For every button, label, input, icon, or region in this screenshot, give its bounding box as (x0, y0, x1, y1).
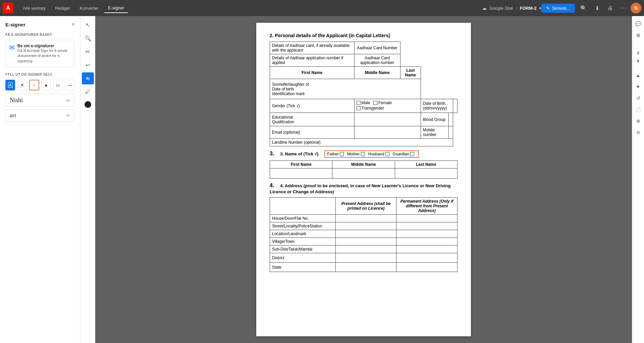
topbar-center: ☁ Google Disk / FORM-2 ▾ (482, 5, 541, 11)
female-checkbox[interactable] (373, 101, 377, 105)
fast-section-label: FÅ E-SIGNATURER RASKT (5, 33, 75, 37)
mother-checkbox[interactable] (361, 152, 365, 156)
sub-dist-permanent-value (396, 246, 458, 253)
signature-card-2[interactable]: art ✏ (5, 110, 75, 122)
table-row: First Name Middle Name Last Name (270, 67, 458, 79)
search-button[interactable]: 🔍 (578, 4, 590, 13)
table-row: Sub-Dist/Taluk/Mandal (270, 246, 458, 253)
location-permanent-value (396, 230, 458, 238)
pen-tool-button[interactable]: ✏ (82, 46, 94, 58)
esign-promo-card: ✉ Be om e-signaturer Gå til Acrobat Sign… (5, 40, 75, 67)
middle-name-col: Middle Name (332, 161, 395, 168)
section3-container: 3. 3. Name of (Tick √) Father Mother Hus… (270, 150, 458, 158)
name-of-options: Father Mother Husband Guardian (324, 150, 419, 158)
father-checkbox[interactable] (340, 152, 344, 156)
mobile-value-cell (448, 126, 453, 139)
section4-subtitle: 4. Address (proof to be enclosed, in cas… (270, 183, 450, 194)
first-name-value (270, 168, 332, 179)
filename-dropdown[interactable]: ▾ (539, 6, 541, 11)
street-label-cell: Street/Locality/PoliceStation (270, 222, 336, 230)
promo-text: Be om e-signaturer Gå til Acrobat Sign f… (17, 44, 71, 64)
sub-dist-present-value (335, 246, 396, 253)
email-value-cell (354, 126, 421, 139)
edit-signature-2-icon[interactable]: ✏ (66, 113, 70, 118)
line-tool-button[interactable]: — (65, 80, 75, 90)
promo-icon: ✉ (9, 44, 15, 64)
zoom-tool-button[interactable]: 🔍 (82, 32, 94, 44)
text-tool-button[interactable]: A (5, 80, 15, 90)
user-avatar[interactable]: N (631, 3, 641, 13)
topbar-right: ✎ Skriveb... 🔍 ⬇ 🖨 ··· N (541, 3, 641, 13)
esigner-close-button[interactable]: × (72, 21, 75, 27)
zoom-in-button[interactable]: ⊕ (633, 116, 643, 126)
grid-icon-button[interactable]: ⊞ (633, 30, 643, 40)
gender-options-cell: Male Female Transgender (354, 99, 421, 113)
refresh-button[interactable]: ↺ (633, 93, 643, 103)
sub-dist-label-cell: Sub-Dist/Taluk/Mandal (270, 246, 336, 253)
promo-desc: Gå til Acrobat Sign for å sende dokument… (17, 48, 71, 64)
download-button[interactable]: ⬇ (592, 4, 602, 13)
section4-title: 4. (270, 183, 279, 188)
checkmark-tool-button[interactable]: ✓ (29, 80, 39, 90)
nav-rediger[interactable]: Rediger (51, 4, 74, 13)
transgender-checkbox[interactable] (357, 106, 361, 110)
select-tool-button[interactable]: ↖ (82, 19, 94, 31)
table-row: State (270, 263, 458, 272)
last-name-col: Last Name (395, 161, 457, 168)
rect-tool-button[interactable]: ▭ (53, 80, 63, 90)
edu-qual-label-cell: Educational Qualification (270, 113, 355, 126)
aadhaar-label-cell: Details of Aadhaar card, if already avai… (270, 42, 355, 54)
village-label-cell: Village/Town (270, 238, 336, 246)
nav-konverter[interactable]: Konverter (75, 4, 102, 13)
draw-tool-button[interactable]: 🖊 (82, 86, 94, 98)
nav-esigner[interactable]: E-signer (104, 3, 128, 13)
house-label-cell: House/Door/Flat No. (270, 215, 336, 222)
right-sidebar: 💬 ⊞ 2 6 ▲ ▼ ↺ 📄 ⊕ ⊖ (632, 16, 644, 343)
guardian-checkbox[interactable] (410, 152, 414, 156)
transgender-option: Transgender (357, 106, 384, 111)
husband-checkbox[interactable] (385, 152, 389, 156)
esigner-title: E-signer (5, 22, 25, 27)
tool-row: A ✕ ✓ ● ▭ — (5, 80, 75, 90)
table-row: Street/Locality/PoliceStation (270, 222, 458, 230)
state-present-value (335, 263, 396, 272)
street-permanent-value (396, 222, 458, 230)
signature-text-1: Nishi (10, 97, 23, 104)
middle-name-header: Middle Name (354, 67, 400, 79)
type-icon: A| (86, 76, 90, 80)
rect-icon: ▭ (56, 82, 60, 88)
table-row: Location/Landmark (270, 230, 458, 238)
scroll-up-button[interactable]: ▲ (633, 70, 643, 80)
document-icon-button[interactable]: 📄 (633, 105, 643, 115)
tool-sidebar: ↖ 🔍 ✏ ↩ A| 🖊 (80, 16, 95, 343)
type-tool-button[interactable]: A| (82, 72, 94, 84)
mobile-label-cell: Mobile number (421, 126, 448, 139)
name-table: First Name Middle Name Last Name (270, 160, 458, 179)
scroll-down-button[interactable]: ▼ (633, 82, 643, 92)
male-checkbox[interactable] (357, 101, 361, 105)
eraser-tool-button[interactable]: ↩ (82, 59, 94, 71)
table-row (270, 168, 458, 179)
chat-icon-button[interactable]: 💬 (633, 19, 643, 29)
write-button[interactable]: ✎ Skriveb... (541, 4, 575, 13)
last-name-value (395, 168, 457, 179)
female-option: Female (373, 100, 392, 105)
print-button[interactable]: 🖨 (605, 4, 615, 12)
text-tool-icon: A (8, 82, 13, 88)
aadhaar-app-number-cell: Aadhaar Card application number (354, 54, 400, 67)
nav-alle-verktoy[interactable]: Alle verktøy (19, 4, 50, 13)
zoom-out-button[interactable]: ⊖ (633, 127, 643, 137)
table-row: Son/wife/daughter of Date of birth Ident… (270, 79, 458, 99)
table-row: Email (optional) Mobile number (270, 126, 458, 139)
dot-icon: ● (45, 82, 47, 88)
edit-signature-1-icon[interactable]: ✏ (66, 98, 70, 103)
mother-option: Mother (347, 152, 365, 156)
male-option: Male (357, 100, 370, 105)
cloud-label: Google Disk (489, 6, 513, 11)
dob-cell: Date of Birth: (dd/mm/yyyy) (421, 99, 453, 113)
signature-card-1[interactable]: Nishi ✏ (5, 94, 75, 107)
more-button[interactable]: ··· (618, 4, 628, 12)
cross-tool-button[interactable]: ✕ (17, 80, 27, 90)
page-num-2: 2 (636, 50, 640, 56)
dot-tool-button[interactable]: ● (41, 80, 51, 90)
